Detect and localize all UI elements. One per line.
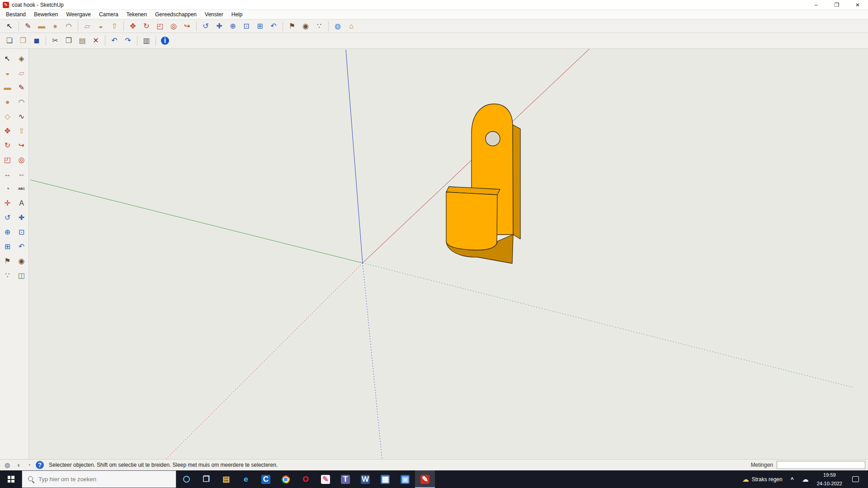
google-earth-tool[interactable]: ◍ (331, 20, 344, 32)
menu-help[interactable]: Help (227, 10, 247, 19)
scale-tool[interactable]: ◰ (1, 154, 14, 166)
delete-tool[interactable]: ✕ (90, 35, 102, 47)
eraser-tool[interactable]: ▱ (15, 67, 28, 79)
orbit-tool[interactable]: ↺ (199, 20, 212, 32)
make-component-tool[interactable]: ◈ (15, 52, 28, 65)
clock[interactable]: 19:59 24-10-2022 (813, 470, 846, 488)
menu-venster[interactable]: Venster (201, 10, 227, 19)
onedrive-button[interactable]: ☁ (798, 470, 813, 488)
select-tool[interactable]: ↖ (1, 52, 14, 65)
menu-camera[interactable]: Camera (95, 10, 123, 19)
rectangle-tool[interactable]: ▬ (35, 20, 48, 32)
copy-tool[interactable]: ❐ (62, 35, 75, 47)
zoom-tool[interactable]: ⊕ (1, 226, 14, 238)
undo-tool[interactable]: ↶ (108, 35, 121, 47)
scale-tool[interactable]: ◰ (154, 20, 166, 32)
3d-text-tool[interactable]: A (15, 197, 28, 209)
line-tool[interactable]: ✎ (15, 81, 28, 94)
paste-tool[interactable]: ▤ (76, 35, 89, 47)
help-icon[interactable]: ? (35, 460, 44, 469)
paint-bucket-tool[interactable]: ◒ (1, 67, 14, 79)
paint-bucket-tool[interactable]: ◒ (94, 20, 107, 32)
walk-tool[interactable]: ∵ (1, 269, 14, 282)
menu-weergave[interactable]: Weergave (62, 10, 94, 19)
circle-tool[interactable]: ● (1, 96, 14, 108)
freehand-tool[interactable]: ∿ (15, 110, 28, 122)
rotate-tool[interactable]: ↻ (140, 20, 153, 32)
hidden-icons-button[interactable]: ^ (787, 470, 798, 488)
menu-tekenen[interactable]: Tekenen (123, 10, 151, 19)
model-info-tool[interactable]: i (159, 35, 171, 47)
minimize-button[interactable]: – (806, 0, 826, 9)
dimension-tool[interactable]: ⇔ (15, 168, 28, 180)
redo-tool[interactable]: ↷ (122, 35, 134, 47)
menu-bestand[interactable]: Bestand (2, 10, 30, 19)
cortana[interactable] (176, 470, 196, 488)
section-plane-tool[interactable]: ◫ (15, 269, 28, 282)
polygon-tool[interactable]: ◇ (1, 110, 14, 122)
3d-viewport[interactable] (29, 49, 868, 459)
edge[interactable]: e (236, 470, 256, 488)
previous-view-tool[interactable]: ↶ (267, 20, 280, 32)
text-tool[interactable]: ABC (15, 183, 28, 195)
3d-warehouse-tool[interactable]: ⌂ (345, 20, 358, 32)
walk-tool[interactable]: ∵ (313, 20, 326, 32)
geolocation-icon[interactable]: ◍ (3, 460, 12, 469)
protractor-tool[interactable]: ◔ (1, 183, 14, 195)
save-tool[interactable]: ◼ (30, 35, 43, 47)
print-tool[interactable]: ▥ (140, 35, 153, 47)
axes-tool[interactable]: ✛ (1, 197, 14, 209)
push-pull-tool[interactable]: ⇧ (108, 20, 121, 32)
weather-button[interactable]: ☁ Straks regen (738, 470, 787, 488)
move-tool[interactable]: ✥ (1, 125, 14, 137)
rectangle-tool[interactable]: ▬ (1, 81, 14, 94)
position-camera-tool[interactable]: ⚑ (286, 20, 298, 32)
look-around-tool[interactable]: ◉ (15, 255, 28, 267)
menu-bewerken[interactable]: Bewerken (30, 10, 62, 19)
arc-tool[interactable]: ◠ (15, 96, 28, 108)
photos[interactable]: ▣ (395, 470, 415, 488)
tape-measure-tool[interactable]: ↔ (1, 168, 14, 180)
pan-tool[interactable]: ✚ (15, 211, 28, 224)
stats-icon[interactable]: ◔ (24, 460, 33, 469)
zoom-tool[interactable]: ⊕ (226, 20, 239, 32)
follow-me-tool[interactable]: ↪ (181, 20, 193, 32)
zoom-window-tool[interactable]: ⊡ (240, 20, 253, 32)
zoom-extents-tool[interactable]: ⊞ (1, 240, 14, 253)
measurements-input[interactable] (777, 461, 865, 469)
previous-view-tool[interactable]: ↶ (15, 240, 28, 253)
offset-tool[interactable]: ◎ (15, 154, 28, 166)
circle-tool[interactable]: ● (49, 20, 61, 32)
close-button[interactable]: ✕ (847, 0, 868, 9)
cut-tool[interactable]: ✂ (49, 35, 61, 47)
move-tool[interactable]: ✥ (127, 20, 139, 32)
opera[interactable]: O (296, 470, 316, 488)
search-input[interactable] (38, 476, 165, 483)
select-tool[interactable]: ↖ (3, 20, 16, 32)
credits-icon[interactable]: ◑ (14, 460, 23, 469)
open-tool[interactable]: ❒ (17, 35, 29, 47)
zoom-extents-tool[interactable]: ⊞ (254, 20, 266, 32)
look-around-tool[interactable]: ◉ (299, 20, 312, 32)
line-tool[interactable]: ✎ (22, 20, 34, 32)
chrome[interactable] (276, 470, 296, 488)
file-explorer[interactable]: ▤ (216, 470, 236, 488)
maximize-button[interactable]: ❐ (826, 0, 847, 9)
paint-3d[interactable]: ✎ (316, 470, 335, 488)
position-camera-tool[interactable]: ⚑ (1, 255, 14, 267)
taskbar-search[interactable] (22, 470, 176, 488)
arc-tool[interactable]: ◠ (62, 20, 75, 32)
sketchup[interactable]: ✎ (415, 470, 435, 488)
new-tool[interactable]: ❏ (3, 35, 16, 47)
eraser-tool[interactable]: ▱ (81, 20, 94, 32)
menu-gereedschappen[interactable]: Gereedschappen (151, 10, 201, 19)
pan-tool[interactable]: ✚ (213, 20, 226, 32)
calculator[interactable]: ▦ (375, 470, 395, 488)
offset-tool[interactable]: ◎ (167, 20, 180, 32)
task-view[interactable]: ❐ (196, 470, 216, 488)
follow-me-tool[interactable]: ↪ (15, 139, 28, 151)
teams[interactable]: T (335, 470, 355, 488)
start-button[interactable] (0, 470, 22, 488)
zoom-window-tool[interactable]: ⊡ (15, 226, 28, 238)
cura[interactable]: C (256, 470, 276, 488)
